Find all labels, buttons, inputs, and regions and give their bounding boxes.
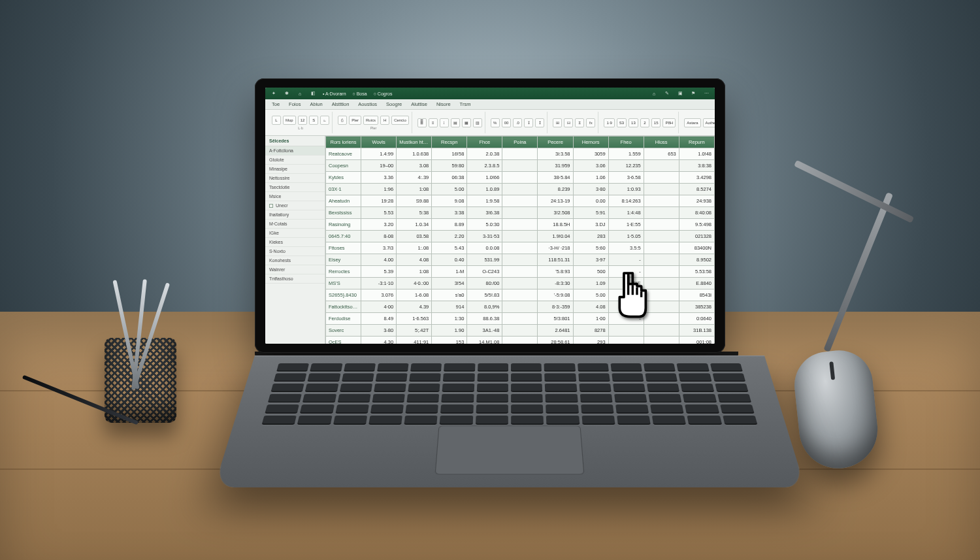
cell[interactable]: [502, 207, 538, 219]
cell[interactable]: 1·00: [573, 313, 608, 325]
cell[interactable]: 0.00: [573, 195, 608, 207]
cell[interactable]: 1.0.638: [397, 148, 432, 160]
column-header[interactable]: Wovls: [361, 137, 397, 148]
cell[interactable]: 12.235: [608, 160, 644, 172]
cell[interactable]: 3.06: [573, 160, 608, 172]
cell[interactable]: 5/5!.83: [467, 289, 502, 301]
cell[interactable]: [644, 207, 679, 219]
cell[interactable]: 3·80: [573, 184, 608, 195]
cell[interactable]: 14.M1.08: [467, 337, 502, 344]
ribbon-button[interactable]: ⫶: [440, 118, 449, 127]
cell[interactable]: 1·6.563: [397, 313, 432, 325]
cell[interactable]: [502, 325, 538, 337]
cell[interactable]: [644, 278, 679, 289]
cell[interactable]: MS'S: [326, 278, 361, 289]
cell[interactable]: 153: [432, 337, 467, 344]
table-row[interactable]: MS'S-3:1·104·0.:003!5480:/00-8:3:301.099…: [326, 278, 715, 289]
cell[interactable]: [502, 242, 538, 254]
cell[interactable]: 18.8.5H: [538, 219, 573, 231]
cell[interactable]: 1:.08: [397, 242, 432, 254]
cell[interactable]: 3i:3.58: [538, 148, 573, 160]
cell[interactable]: [502, 148, 538, 160]
cell[interactable]: [502, 337, 538, 344]
cell[interactable]: 3.7i3: [361, 242, 397, 254]
cell[interactable]: [644, 254, 679, 266]
cell[interactable]: 914: [432, 301, 467, 313]
titlebar-icon[interactable]: ✎: [664, 91, 670, 96]
ribbon-button[interactable]: Ruics: [363, 116, 378, 125]
ribbon-button[interactable]: ↧: [524, 118, 533, 127]
table-row[interactable]: Eisey4.004.080.40531.99118:51.313·97-8.9…: [326, 254, 715, 266]
cell[interactable]: 3!2.508: [538, 207, 573, 219]
titlebar-icon[interactable]: ⌂: [651, 91, 657, 96]
ribbon-button[interactable]: S3: [617, 118, 627, 127]
table-row[interactable]: Aheatudn19:28S9.889.081:9.5824:13-190.00…: [326, 195, 715, 207]
cell[interactable]: 1.0!66: [467, 172, 502, 184]
cell[interactable]: 5.53: [361, 207, 397, 219]
cell[interactable]: 0645.7:40: [326, 231, 361, 242]
cell[interactable]: 2.6481: [538, 325, 573, 337]
ribbon-button[interactable]: ⎙: [338, 116, 347, 125]
table-row[interactable]: 03X·11:961:085.001.0.898.2393·801:0.938.…: [326, 184, 715, 195]
titlebar-icon[interactable]: ◧: [310, 91, 316, 96]
cell[interactable]: [644, 172, 679, 184]
cell[interactable]: -: [608, 254, 644, 266]
cell[interactable]: [502, 301, 538, 313]
panel-item[interactable]: Minasipe: [265, 165, 325, 174]
cell[interactable]: 1.4:99: [361, 148, 397, 160]
cell[interactable]: 3.20: [361, 219, 397, 231]
table-row[interactable]: OcES4.30411:9115314.M1.0828:58.61293001:…: [326, 337, 715, 344]
cell[interactable]: 8-08: [361, 231, 397, 242]
table-row[interactable]: Ferdodise8.491·6.5631:3088.6.385!3:8011·…: [326, 313, 715, 325]
cell[interactable]: [644, 313, 679, 325]
menu-item[interactable]: Nisore: [436, 101, 451, 107]
titlebar-item[interactable]: • A·Dvorarn: [323, 91, 346, 96]
cell[interactable]: 1.06: [573, 172, 608, 184]
column-header[interactable]: Fheo: [608, 137, 644, 148]
ribbon-button[interactable]: 1·9: [604, 118, 614, 127]
cell[interactable]: 3!54: [432, 278, 467, 289]
cell[interactable]: 4·0.:00: [397, 278, 432, 289]
table-row[interactable]: Fttoses3.7i31:.085.430.0.08·3-H/ ·2185:6…: [326, 242, 715, 254]
menu-item[interactable]: Alstttion: [332, 101, 350, 107]
cell[interactable]: 1-M: [432, 266, 467, 278]
cell[interactable]: 3!6.38: [467, 207, 502, 219]
cell[interactable]: 2.3.8.5: [467, 160, 502, 172]
ribbon-button[interactable]: L: [272, 116, 281, 125]
cell[interactable]: 8.9502: [679, 254, 714, 266]
cell[interactable]: 3.076: [361, 289, 397, 301]
cell[interactable]: 531.99: [467, 254, 502, 266]
cell[interactable]: 3.4298: [679, 172, 714, 184]
cell[interactable]: 8·3:-359: [538, 301, 573, 313]
cell[interactable]: 38·5.84: [538, 172, 573, 184]
cell[interactable]: 1-6.08: [397, 289, 432, 301]
cell[interactable]: 021328: [679, 231, 714, 242]
ribbon-button[interactable]: .0: [513, 118, 522, 127]
cell[interactable]: 1·5.05: [608, 231, 644, 242]
cell[interactable]: s'a0: [432, 289, 467, 301]
ribbon-button[interactable]: ≡: [429, 118, 438, 127]
cell[interactable]: 3.5:5: [608, 242, 644, 254]
cell[interactable]: 293: [573, 337, 608, 344]
cell[interactable]: Reatcaove: [326, 148, 361, 160]
cell[interactable]: 59:80: [432, 160, 467, 172]
ribbon-button[interactable]: Cencio: [391, 116, 409, 125]
ribbon-button[interactable]: %: [491, 118, 500, 127]
table-row[interactable]: Soverc3-805;.42T1.903A1.·482.6481827831B…: [326, 325, 715, 337]
cell[interactable]: Rerroctes: [326, 266, 361, 278]
cell[interactable]: '5.8:93: [538, 266, 573, 278]
cell[interactable]: 24:13-19: [538, 195, 573, 207]
cell[interactable]: 31B.138: [679, 325, 714, 337]
cell[interactable]: 4:.39: [397, 172, 432, 184]
ribbon-button[interactable]: ⊞: [553, 118, 562, 127]
cell[interactable]: 3-31·53: [467, 231, 502, 242]
panel-item[interactable]: Msice: [265, 192, 325, 201]
ribbon-button[interactable]: Mop: [283, 116, 296, 125]
cell[interactable]: [502, 195, 538, 207]
cell[interactable]: 1.0.34: [397, 219, 432, 231]
ribbon-button[interactable]: Astara: [684, 118, 700, 127]
cell[interactable]: 118:51.31: [538, 254, 573, 266]
titlebar-icon[interactable]: ⚑: [690, 91, 696, 96]
cell[interactable]: 8:14:263: [608, 195, 644, 207]
cell[interactable]: 3059: [573, 148, 608, 160]
